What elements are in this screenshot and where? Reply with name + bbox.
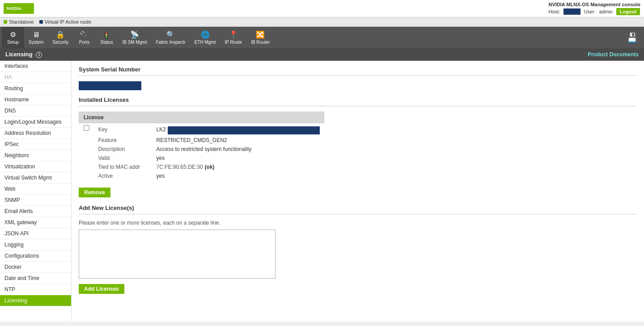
serial-number-bar [79,81,141,90]
sidebar: Interfaces HA Routing Hostname DNS Login… [0,61,72,322]
main-layout: Interfaces HA Routing Hostname DNS Login… [0,61,644,322]
license-checkbox[interactable] [84,125,89,131]
nav-security[interactable]: 🔒 Security [48,27,73,48]
valid-value: yes [157,155,165,161]
active-label: Active [98,173,157,179]
nav-ib-router[interactable]: 🔀 IB Router [246,27,274,48]
product-docs-link[interactable]: Product Documents [588,51,639,58]
sidebar-item-web[interactable]: Web [0,184,71,195]
virtual-ip-label: Virtual IP Active node [45,19,91,25]
sidebar-item-ipsec[interactable]: IPSec [0,139,71,150]
sidebar-item-virtual-switch[interactable]: Virtual Switch Mgmt [0,172,71,184]
sidebar-item-virtualization[interactable]: Virtualization [0,161,71,172]
feature-row: Feature RESTRICTED_CMDS_GEN2 [98,136,320,145]
sidebar-item-address-resolution[interactable]: Address Resolution [0,128,71,139]
system-icon: 🖥 [33,31,40,39]
ib-sm-icon: 📡 [130,30,139,39]
standalone-indicator [4,20,7,24]
active-value: yes [157,173,165,179]
license-table: License Key LK2 [79,112,324,182]
standalone-node[interactable]: Standalone [4,19,34,25]
nvidia-logo: NVIDIA [4,3,34,14]
installed-licenses-title: Installed Licenses [79,96,637,103]
logo-area: NVIDIA [4,3,34,14]
console-title: NVIDIA MLNX-OS Management console [548,2,640,7]
nav-ports-label: Ports [79,40,89,45]
eth-icon: 🌐 [201,30,210,39]
page-title-area: Licensing i [5,51,42,58]
sidebar-item-snmp[interactable]: SNMP [0,195,71,206]
nav-system-label: System [29,40,43,45]
serial-number-title: System Serial Number [79,66,637,73]
ports-icon: 🔌 [80,30,89,39]
nav-ports[interactable]: 🔌 Ports [73,27,95,48]
license-row: Key LK2 Feature RESTRICTED_CMDS_GEN2 Des… [79,123,324,182]
sidebar-item-dns[interactable]: DNS [0,105,71,117]
license-details-cell: Key LK2 Feature RESTRICTED_CMDS_GEN2 Des… [94,123,324,182]
security-icon: 🔒 [56,30,65,39]
sidebar-item-json-api[interactable]: JSON API [0,228,71,239]
sidebar-item-date-time[interactable]: Date and Time [0,273,71,284]
feature-value: RESTRICTED_CMDS_GEN2 [157,137,227,143]
description-row: Description Access to restricted system … [98,145,320,154]
sidebar-item-email-alerts[interactable]: Email Alerts [0,206,71,217]
key-value-bar [168,126,320,134]
sidebar-item-licensing[interactable]: Licensing [0,295,71,306]
content-area: System Serial Number Installed Licenses … [72,61,644,322]
page-header: Licensing i Product Documents [0,48,644,61]
ok-badge: (ok) [205,164,215,170]
add-license-divider [79,214,637,214]
valid-row: Valid yes [98,154,320,163]
nav-ib-sm[interactable]: 📡 IB SM Mgmt [118,27,151,48]
setup-icon: ⚙ [10,30,16,39]
fabric-icon: 🔍 [166,30,175,39]
nav-fabric[interactable]: 🔍 Fabric Inspectr [151,27,190,48]
virtual-ip-node[interactable]: Virtual IP Active node [39,19,91,25]
info-icon[interactable]: i [36,52,42,58]
ip-route-icon: 📍 [229,30,238,39]
page-title: Licensing [5,51,33,58]
sidebar-item-interfaces[interactable]: Interfaces [0,61,71,72]
sidebar-item-logging[interactable]: Logging [0,239,71,251]
nav-eth[interactable]: 🌐 ETH Mgmt [190,27,220,48]
ib-router-icon: 🔀 [256,30,265,39]
license-checkbox-cell[interactable] [79,123,94,182]
sidebar-item-configurations[interactable]: Configurations [0,251,71,262]
nav-status-label: Status [100,40,113,45]
nav-bar: ⚙ Setup 🖥 System 🔒 Security 🔌 Ports 🚦 St… [0,27,644,48]
key-row: Key LK2 [98,125,320,136]
user-value: admin [599,9,613,14]
node-bar: Standalone Virtual IP Active node [0,17,644,27]
nvidia-logo-box: NVIDIA [4,3,34,14]
host-user-row: Host: User: admin Logout [548,8,640,15]
standalone-label: Standalone [9,19,34,25]
remove-button[interactable]: Remove [79,188,110,197]
nav-setup-label: Setup [7,40,19,45]
console-info: NVIDIA MLNX-OS Management console Host: … [548,2,640,15]
nav-status[interactable]: 🚦 Status [95,27,118,48]
top-bar: NVIDIA NVIDIA MLNX-OS Management console… [0,0,644,17]
license-textarea[interactable] [79,230,275,279]
tied-mac-label: Tied to MAC addr [98,164,157,170]
sidebar-item-routing[interactable]: Routing [0,83,71,94]
nav-security-label: Security [52,40,68,45]
sidebar-item-neighbors[interactable]: Neighbors [0,150,71,161]
installed-divider [79,106,637,106]
sidebar-item-login-logout[interactable]: Login/Logout Messages [0,117,71,128]
nav-fabric-label: Fabric Inspectr [156,40,185,45]
tied-mac-value: 7C:FE:90:65:DE:30 [157,164,203,170]
logout-button[interactable]: Logout [616,8,640,15]
sidebar-item-docker[interactable]: Docker [0,262,71,273]
nav-setup[interactable]: ⚙ Setup [2,27,24,48]
nav-eth-label: ETH Mgmt [195,40,216,45]
nav-ib-router-label: IB Router [251,40,270,45]
nav-system[interactable]: 🖥 System [24,27,48,48]
add-licenses-button[interactable]: Add Licenses [79,284,124,294]
nav-ip-route[interactable]: 📍 IP Route [220,27,246,48]
sidebar-item-xml-gateway[interactable]: XML gateway [0,217,71,228]
save-button[interactable]: 💾 [622,30,642,45]
feature-label: Feature [98,137,157,143]
sidebar-item-hostname[interactable]: Hostname [0,94,71,105]
sidebar-item-ntp[interactable]: NTP [0,284,71,295]
nav-ip-route-label: IP Route [225,40,242,45]
